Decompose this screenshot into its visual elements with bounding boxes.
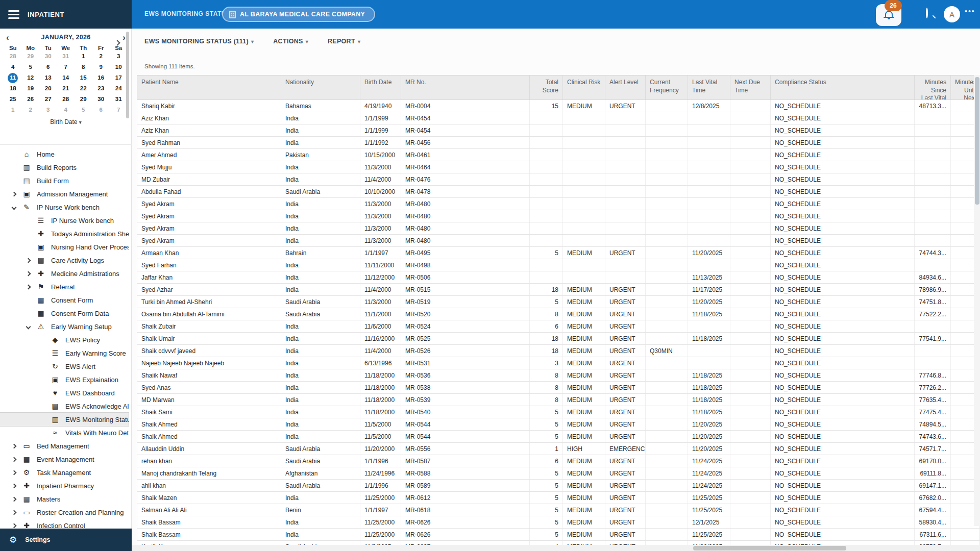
sidebar-scrollbar[interactable] [126,32,129,118]
calendar-day[interactable]: 28 [4,51,22,62]
sidebar-item-care-activity-logs[interactable]: ▤Care Activity Logs [0,254,129,267]
table-row[interactable]: Salman Ali Ali AliBenin1/1/1997MR-06185M… [137,504,979,516]
table-row[interactable]: Allauddin UddinSaudi Arabia11/20/2000MR-… [137,443,979,455]
panel-collapse-chevron[interactable] [115,38,119,47]
table-row[interactable]: Amer AhmedPakistan10/15/2000MR-0461NO_SC… [137,149,979,161]
table-row[interactable]: ahil khanSaudi Arabia1/1/1996MR-05895MED… [137,480,979,492]
table-row[interactable]: Shaik AhmedIndia11/5/2000MR-05445MEDIUMU… [137,418,979,431]
calendar-day[interactable]: 27 [39,94,57,105]
column-header-current-frequency[interactable]: Current Frequency [646,76,688,99]
chevron-down-icon[interactable] [11,205,16,210]
calendar-day[interactable]: 2 [22,105,40,115]
calendar-day[interactable]: 23 [92,83,110,94]
table-row[interactable]: Osama bin Abdullah Al-TamimiSaudi Arabia… [137,308,979,320]
sidebar-item-inpatient-pharmacy[interactable]: ✚Inpatient Pharmacy [0,479,129,492]
calendar-day[interactable]: 5 [22,62,40,72]
calendar-day[interactable]: 28 [57,94,75,105]
calendar-day[interactable]: 15 [75,72,92,83]
calendar-next-icon[interactable]: › [122,33,126,42]
avatar[interactable]: A [944,6,960,22]
chevron-right-icon[interactable] [26,258,31,263]
calendar-day[interactable]: 29 [22,51,40,62]
sidebar-item-consent-form-data[interactable]: ▦Consent Form Data [0,307,129,320]
table-row[interactable]: Armaan KhanBahrain1/1/1997MR-04955MEDIUM… [137,247,979,259]
calendar-day[interactable]: 19 [22,83,40,94]
sidebar-item-ews-explaination[interactable]: ▣EWS Explaination [0,373,129,386]
sidebar-item-early-warning-score[interactable]: ☰Early Warning Score [0,346,129,360]
column-header-total-score[interactable]: Total Score [530,76,563,99]
calendar-day[interactable]: 6 [92,105,110,115]
table-row[interactable]: Shaik BassamIndia11/25/2000MR-06265MEDIU… [137,529,979,541]
chevron-right-icon[interactable] [26,284,31,289]
table-row[interactable]: Abdulla FahadSaudi Arabia10/10/2000MR-04… [137,186,979,198]
sidebar-item-referral[interactable]: ⚑Referral [0,280,129,293]
calendar-day[interactable]: 8 [75,62,92,72]
sidebar-item-ip-nurse-work-bench[interactable]: ✎IP Nurse Work bench [0,201,129,214]
sidebar-item-ews-alert[interactable]: ↻EWS Alert [0,360,129,373]
calendar-day[interactable]: 31 [57,51,75,62]
column-header-mr-no-[interactable]: MR No. [401,76,530,99]
table-row[interactable]: Shaik cdvvvf javeedIndia11/4/2000MR-0526… [137,345,979,357]
calendar-day[interactable]: 10 [110,62,128,72]
calendar-day[interactable]: 25 [4,94,22,105]
column-header-compliance-status[interactable]: Compliance Status [771,76,915,99]
sidebar-item-ews-monitoring-statu[interactable]: ▥EWS Monitoring Statu [0,413,129,426]
chevron-down-icon[interactable] [26,324,31,329]
column-header-last-vital-time[interactable]: Last Vital Time [688,76,730,99]
calendar-day[interactable]: 31 [110,94,128,105]
chevron-right-icon[interactable] [11,443,16,448]
company-selector[interactable]: AL BARAYA MEDICAL CARE COMPANY [222,7,375,22]
table-row[interactable]: Syed AzharIndia11/4/2000MR-051518MEDIUMU… [137,284,979,296]
calendar-day[interactable]: 3 [39,105,57,115]
calendar-day[interactable]: 11 [4,72,22,83]
more-options-icon[interactable]: ••• [965,7,975,15]
calendar-day[interactable]: 9 [92,62,110,72]
table-row[interactable]: Shaik BassamIndia11/25/2000MR-06265MEDIU… [137,516,979,529]
table-row[interactable]: Syed AnasIndia11/18/2000MR-05388MEDIUMUR… [137,382,979,394]
table-row[interactable]: Aziz KhanIndia1/1/1999MR-0454NO_SCHEDULE [137,124,979,137]
calendar-day[interactable]: 1 [75,51,92,62]
chevron-right-icon[interactable] [11,510,16,515]
calendar-day[interactable]: 7 [57,62,75,72]
sidebar-item-task-management[interactable]: ⚙Task Management [0,466,129,479]
chevron-right-icon[interactable] [11,483,16,488]
calendar-day[interactable]: 12 [22,72,40,83]
sidebar-item-nursing-hand-over-proces[interactable]: ▣Nursing Hand Over Proces [0,240,129,254]
calendar-prev-icon[interactable]: ‹ [6,33,9,42]
calendar-day[interactable]: 17 [110,72,128,83]
table-row[interactable]: Aziz KhanIndia1/1/1999MR-0454NO_SCHEDULE [137,112,979,124]
calendar-day[interactable]: 7 [110,105,128,115]
sidebar-item-ews-policy[interactable]: ◆EWS Policy [0,333,129,346]
table-row[interactable]: Syed AkramIndia11/3/2000MR-0480NO_SCHEDU… [137,222,979,235]
table-row[interactable]: rehan khanSaudi Arabia1/1/1996MR-05876ME… [137,455,979,467]
table-row[interactable]: Shaiik NawafIndia11/18/2000MR-05368MEDIU… [137,369,979,382]
column-header-nationality[interactable]: Nationality [281,76,360,99]
table-row[interactable]: Shaik MazenIndia11/25/2000MR-06125MEDIUM… [137,492,979,504]
table-row[interactable]: Shaik SamiIndia11/18/2000MR-05405MEDIUMU… [137,406,979,418]
search-icon[interactable] [926,9,937,20]
table-row[interactable]: MD MarwanIndia11/18/2000MR-05398MEDIUMUR… [137,394,979,406]
sidebar-item-ews-acknowledge-ale[interactable]: ▤EWS Acknowledge Ale [0,399,129,413]
table-row[interactable]: Kartik KumarSaudi Arabia11/3/2005MR-0637… [137,541,979,545]
sidebar-item-bed-management[interactable]: ▭Bed Management [0,439,129,453]
table-row[interactable]: Syed MujjuIndia11/3/2000MR-0464NO_SCHEDU… [137,161,979,173]
column-header-clinical-risk[interactable]: Clinical Risk [563,76,605,99]
calendar-day[interactable]: 29 [75,94,92,105]
table-row[interactable]: MD ZubairIndia11/4/2000MR-0476NO_SCHEDUL… [137,173,979,186]
calendar-day[interactable]: 13 [39,72,57,83]
calendar-day[interactable]: 6 [39,62,57,72]
table-row[interactable]: Syed AkramIndia11/3/2000MR-0480NO_SCHEDU… [137,235,979,247]
sidebar-item-build-reports[interactable]: ▥Build Reports [0,161,129,174]
calendar-day[interactable]: 30 [39,51,57,62]
table-row[interactable]: Shaik ZubairIndia11/6/2000MR-05246MEDIUM… [137,320,979,333]
column-header-birth-date[interactable]: Birth Date [360,76,401,99]
calendar-day[interactable]: 1 [4,105,22,115]
sidebar-item-build-form[interactable]: ▤Build Form [0,174,129,187]
column-header-minutes-since-last-vital[interactable]: Minutes Since Last Vital [915,76,951,99]
vertical-scrollbar[interactable] [974,75,980,526]
sidebar-item-todays-administration-she[interactable]: ✚Todays Administration She [0,227,129,240]
calendar-footer-dropdown[interactable]: Birth Date ▾ [0,118,132,126]
settings-bar[interactable]: ⚙ Settings [0,529,132,551]
view-dropdown[interactable]: EWS MONITORING STATUS (111)▾ [144,38,254,45]
table-row[interactable]: Syed RahmanIndia1/1/1992MR-0456NO_SCHEDU… [137,137,979,149]
